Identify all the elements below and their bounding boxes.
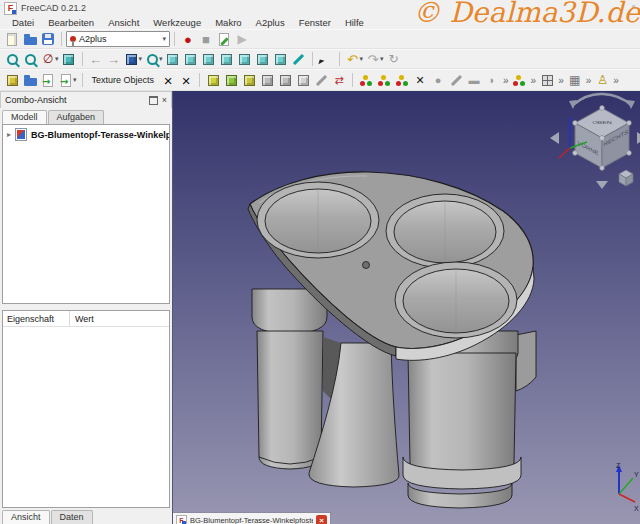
freecad-logo-icon: F: [176, 515, 187, 524]
chevron-down-icon[interactable]: ▾: [55, 55, 59, 63]
overflow-misc-button[interactable]: »: [556, 75, 566, 86]
mol-icon: [378, 74, 391, 87]
tab-aufgaben[interactable]: Aufgaben: [48, 110, 105, 124]
a2p-move-part-button[interactable]: [240, 72, 258, 88]
constraint-circular-edge-button[interactable]: ●: [429, 72, 447, 88]
property-column-header[interactable]: Eigenschaft: [3, 311, 70, 326]
view-axonometric-button[interactable]: [164, 51, 182, 67]
macro-record-icon: ●: [184, 33, 192, 46]
texture-objects-button[interactable]: Texture Objects: [87, 75, 160, 85]
value-column-header[interactable]: Wert: [70, 314, 94, 324]
menu-fenster[interactable]: Fenster: [292, 17, 338, 28]
delete-all-textures-button[interactable]: ×: [177, 72, 195, 88]
cube-icon: [244, 75, 255, 86]
overflow-list-button[interactable]: »: [584, 75, 594, 86]
constraint-plane-button[interactable]: ▬: [465, 72, 483, 88]
whats-this-button[interactable]: [317, 51, 335, 67]
3d-viewport[interactable]: OBEN VORNE RECHTS: [172, 91, 640, 524]
toolbar-view: ∅▾←→▾▾↶▾↷▾↻: [0, 49, 640, 69]
tab-ansicht[interactable]: Ansicht: [2, 510, 50, 524]
view-top-button[interactable]: [200, 51, 218, 67]
constraint-sphere-button[interactable]: ◗: [483, 72, 501, 88]
view-left-button[interactable]: [272, 51, 290, 67]
chevron-down-icon[interactable]: ▾: [380, 55, 384, 63]
nav-forward-button[interactable]: →: [105, 51, 123, 67]
save-document-button[interactable]: [39, 31, 57, 47]
menu-bearbeiten[interactable]: Bearbeiten: [41, 17, 101, 28]
a2p-bom-button[interactable]: ♙: [593, 72, 611, 88]
cube-icon: [208, 75, 219, 86]
delete-texture-button[interactable]: ×: [159, 72, 177, 88]
open-document-button[interactable]: [21, 31, 39, 47]
chevron-down-icon[interactable]: ▾: [139, 55, 143, 63]
tab-daten[interactable]: Daten: [51, 510, 93, 524]
a2p-open-folder-button[interactable]: [21, 72, 39, 88]
macro-edit-button[interactable]: [215, 31, 233, 47]
view-rear-button[interactable]: [236, 51, 254, 67]
cube-icon: [7, 75, 18, 86]
overflow-constraints-button[interactable]: »: [501, 75, 511, 86]
new-document-button[interactable]: [3, 31, 21, 47]
model-geometry[interactable]: [248, 172, 536, 508]
overflow-solver-button[interactable]: »: [529, 75, 539, 86]
a2p-toggle-transparency-button[interactable]: [294, 72, 312, 88]
nav-back-button[interactable]: ←: [87, 51, 105, 67]
menu-hilfe[interactable]: Hilfe: [338, 17, 371, 28]
a2p-convert-part-button[interactable]: [276, 72, 294, 88]
menu-makro[interactable]: Makro: [208, 17, 248, 28]
a2p-solver-button[interactable]: [511, 72, 529, 88]
tree-expander-icon[interactable]: ▸: [7, 130, 11, 139]
cube-icon: [126, 54, 137, 65]
overflow-end-button[interactable]: »: [611, 75, 621, 86]
restore-window-icon[interactable]: ▫: [621, 2, 624, 11]
a2p-flip-direction-button[interactable]: ⇄: [330, 72, 348, 88]
constraint-axial-button[interactable]: [393, 72, 411, 88]
macro-stop-button[interactable]: ■: [197, 31, 215, 47]
view-front-button[interactable]: [182, 51, 200, 67]
a2p-toggle-autosolve-button[interactable]: [538, 72, 556, 88]
close-window-icon[interactable]: ×: [631, 2, 636, 11]
delete-constraint-icon: ×: [416, 73, 424, 87]
a2p-workbench-button[interactable]: [3, 72, 21, 88]
fit-all-button[interactable]: [3, 51, 21, 67]
measure-button[interactable]: [290, 51, 308, 67]
float-panel-icon[interactable]: [149, 96, 158, 105]
constraint-plane-icon: ▬: [469, 75, 480, 86]
nav-back-icon: ←: [89, 53, 102, 66]
tab-modell[interactable]: Modell: [2, 110, 47, 124]
mol-icon: [360, 74, 373, 87]
toolbar-separator: [82, 52, 83, 66]
select-mode-button[interactable]: [60, 51, 78, 67]
menu-werkzeuge[interactable]: Werkzeuge: [146, 17, 208, 28]
menu-a2plus[interactable]: A2plus: [249, 17, 292, 28]
refresh-button[interactable]: ↻: [385, 51, 403, 67]
a2p-import-part-button[interactable]: [39, 72, 57, 88]
constraint-point-on-line-button[interactable]: [375, 72, 393, 88]
a2p-part-list-button[interactable]: ▦: [566, 72, 584, 88]
menu-ansicht[interactable]: Ansicht: [101, 17, 146, 28]
chevron-down-icon[interactable]: ▾: [360, 55, 364, 63]
chevron-down-icon[interactable]: ▾: [159, 55, 163, 63]
pin-icon: [70, 36, 76, 42]
tree-item-document[interactable]: ▸ BG-Blumentopf-Terasse-Winkelpfosten: [3, 125, 169, 141]
toolbar-file-macro: A2plus▾●■▶: [0, 29, 640, 49]
view-right-button[interactable]: [218, 51, 236, 67]
macro-play-button[interactable]: ▶: [233, 31, 251, 47]
document-tab[interactable]: F BG-Blumentopf-Terasse-Winkelpfosten : …: [173, 512, 331, 524]
macro-record-button[interactable]: ●: [179, 31, 197, 47]
view-bottom-button[interactable]: [254, 51, 272, 67]
constraint-point-on-point-button[interactable]: [357, 72, 375, 88]
a2p-duplicate-part-button[interactable]: [258, 72, 276, 88]
constraint-angle-button[interactable]: [447, 72, 465, 88]
a2p-edit-placement-button[interactable]: [312, 72, 330, 88]
chevron-down-icon[interactable]: ▾: [73, 76, 77, 84]
workbench-selector-dropdown[interactable]: A2plus▾: [66, 31, 170, 47]
delete-constraint-button[interactable]: ×: [411, 72, 429, 88]
close-document-icon[interactable]: ×: [316, 515, 327, 524]
a2p-update-imported-parts-button[interactable]: [204, 72, 222, 88]
close-panel-icon[interactable]: ×: [162, 96, 167, 105]
menu-datei[interactable]: Datei: [5, 17, 41, 28]
a2p-edit-imported-part-button[interactable]: [222, 72, 240, 88]
fit-selection-button[interactable]: [21, 51, 39, 67]
macro-stop-icon: ■: [202, 33, 210, 46]
